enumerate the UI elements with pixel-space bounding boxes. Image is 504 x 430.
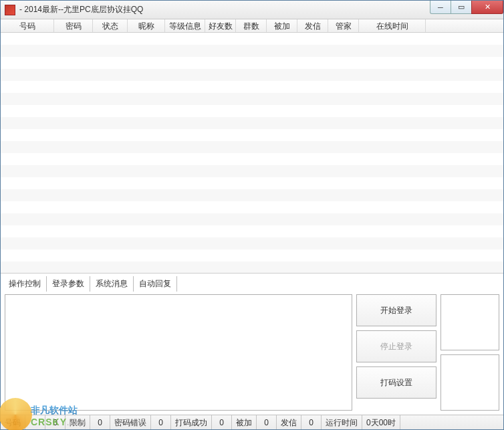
bottom-panels: 开始登录 停止登录 打码设置 bbox=[1, 292, 503, 415]
tab[interactable]: 自动回复 bbox=[134, 276, 177, 292]
status-value: 0 bbox=[257, 415, 277, 429]
status-label: 号码 bbox=[1, 415, 25, 429]
column-header[interactable]: 发信 bbox=[297, 19, 328, 32]
grid-header: 号码密码状态昵称等级信息好友数群数被加发信管家在线时间 bbox=[1, 19, 503, 33]
status-label: 密码错误 bbox=[110, 415, 151, 429]
column-header[interactable]: 被加 bbox=[267, 19, 297, 32]
status-value: 0 bbox=[90, 415, 110, 429]
window-title: - 2014最新--尤里PC底层协议挂QQ bbox=[19, 4, 143, 15]
status-value: 0 bbox=[45, 415, 66, 429]
tab[interactable]: 系统消息 bbox=[90, 276, 134, 292]
action-buttons: 开始登录 停止登录 打码设置 bbox=[356, 294, 436, 411]
column-header[interactable]: 在线时间 bbox=[359, 19, 426, 32]
side-box-1 bbox=[440, 294, 499, 350]
minimize-button[interactable]: ─ bbox=[430, 1, 451, 14]
titlebar: - 2014最新--尤里PC底层协议挂QQ ─ ▭ ✕ bbox=[1, 1, 503, 19]
log-panel[interactable] bbox=[5, 294, 352, 411]
tab[interactable]: 登录参数 bbox=[47, 276, 90, 292]
window-controls: ─ ▭ ✕ bbox=[430, 1, 503, 14]
app-icon bbox=[5, 5, 15, 15]
status-value: 0 bbox=[151, 415, 171, 429]
column-header[interactable]: 号码 bbox=[1, 19, 54, 32]
column-header[interactable]: 等级信息 bbox=[165, 19, 205, 32]
side-box-2 bbox=[440, 354, 499, 411]
grid-body[interactable] bbox=[1, 33, 503, 274]
side-panels bbox=[440, 294, 499, 411]
column-header[interactable]: 好友数 bbox=[205, 19, 236, 32]
status-label: 打码成功 bbox=[171, 415, 212, 429]
maximize-button[interactable]: ▭ bbox=[451, 1, 472, 14]
stop-login-button: 停止登录 bbox=[356, 330, 436, 362]
close-button[interactable]: ✕ bbox=[471, 1, 503, 14]
captcha-settings-button[interactable]: 打码设置 bbox=[356, 366, 436, 399]
tabs: 操作控制登录参数系统消息自动回复 bbox=[1, 274, 503, 292]
status-label: 限制 bbox=[66, 415, 90, 429]
status-value: 0 bbox=[212, 415, 232, 429]
status-label: 被加 bbox=[232, 415, 257, 429]
column-header[interactable]: 管家 bbox=[328, 19, 359, 32]
column-header[interactable]: 密码 bbox=[54, 19, 93, 32]
status-value: 0天00时 bbox=[362, 415, 400, 429]
start-login-button[interactable]: 开始登录 bbox=[356, 294, 436, 326]
column-header[interactable]: 群数 bbox=[236, 19, 267, 32]
status-label: 运行时间 bbox=[322, 415, 362, 429]
column-header[interactable]: 状态 bbox=[93, 19, 128, 32]
column-header[interactable]: 昵称 bbox=[128, 19, 165, 32]
status-label: 发信 bbox=[277, 415, 301, 429]
tab[interactable]: 操作控制 bbox=[3, 276, 47, 292]
data-grid[interactable]: 号码密码状态昵称等级信息好友数群数被加发信管家在线时间 bbox=[1, 19, 503, 274]
status-value bbox=[25, 415, 45, 429]
statusbar: 号码0限制0密码错误0打码成功0被加0发信0运行时间0天00时 bbox=[1, 415, 503, 429]
status-value: 0 bbox=[301, 415, 322, 429]
